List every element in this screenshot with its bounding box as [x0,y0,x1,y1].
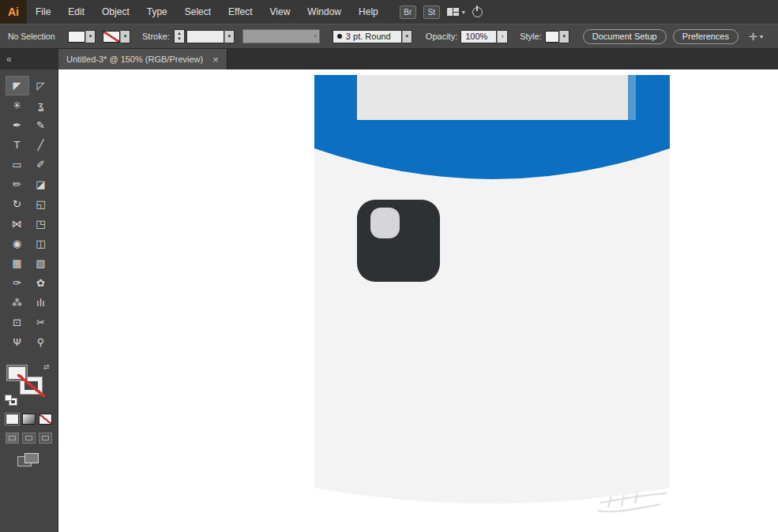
zoom-tool[interactable]: ⚲ [29,332,53,352]
tab-bar: « Untitled-3* @ 150% (RGB/Preview) × [0,49,778,69]
direct-selection-tool[interactable]: ◸ [29,76,53,96]
menu-effect[interactable]: Effect [220,0,261,24]
camera-lens-shape[interactable] [370,208,400,238]
column-graph-tool[interactable]: ılı [29,293,53,313]
opacity-control[interactable]: 100% › [460,30,508,43]
chevron-down-icon[interactable]: ▾ [559,30,569,43]
align-options[interactable]: ✛ ▾ [749,31,763,43]
draw-inside-button[interactable] [39,433,52,444]
symbol-sprayer-tool[interactable]: ⁂ [6,293,29,313]
chevron-down-icon[interactable]: ▾ [120,30,130,43]
gradient-button[interactable] [22,414,36,425]
document-tab[interactable]: Untitled-3* @ 150% (RGB/Preview) × [58,49,227,69]
stepper-down-icon[interactable]: ▼ [177,36,182,42]
default-fill-stroke-icon[interactable] [5,395,17,406]
stepper-up-icon[interactable]: ▲ [177,31,182,36]
brush-definition-value[interactable]: 3 pt. Round [333,30,402,43]
slice-tool[interactable]: ✂ [29,313,53,332]
opacity-label: Opacity: [426,32,457,41]
rectangle-tool[interactable]: ▭ [6,155,29,174]
close-icon[interactable]: × [212,54,219,65]
fill-swatch-icon [68,31,85,43]
free-transform-tool[interactable]: ◳ [29,214,53,234]
chevron-down-icon[interactable]: ▾ [85,30,96,43]
perspective-grid-tool[interactable]: ◫ [29,234,53,253]
collapse-icon: « [6,54,12,65]
bridge-button[interactable]: Br [400,6,416,19]
chevron-down-icon[interactable]: ▾ [224,30,235,43]
brush-dot-icon [337,34,342,39]
stroke-width-value[interactable] [186,30,224,43]
stroke-width-dropdown[interactable]: ▾ [186,30,235,43]
width-tool[interactable]: ⋈ [6,214,29,234]
draw-normal-button[interactable] [6,433,19,444]
type-tool[interactable]: T [6,135,29,155]
selection-tool[interactable]: ◤ [6,76,29,96]
artboard-tool[interactable]: ⊡ [6,313,29,332]
screen-shape[interactable] [357,75,628,120]
fill-color-dropdown[interactable]: ▾ [68,30,96,43]
swap-fill-stroke-icon[interactable]: ⇄ [43,363,50,371]
mesh-tool[interactable]: ▦ [6,253,29,273]
scale-tool[interactable]: ◱ [29,194,53,214]
screen-mode-button[interactable] [17,453,41,469]
shape-builder-tool[interactable]: ◉ [6,234,29,253]
line-segment-tool[interactable]: ╱ [29,135,53,155]
fill-stroke-indicator: ⇄ [0,363,58,410]
tool-grid: ◤◸✳ʓ✒✎T╱▭✐✏◪↻◱⋈◳◉◫▦▧✑✿⁂ılı⊡✂Ψ⚲ [0,76,58,352]
stroke-color-dropdown[interactable]: ▾ [103,30,130,43]
control-bar: No Selection ▾ ▾ Stroke: ▲ ▼ ▾ ▾ 3 pt. R… [0,24,778,49]
menu-type[interactable]: Type [138,0,176,24]
style-dropdown[interactable]: ▾ [545,30,569,43]
eyedropper-tool[interactable]: ✑ [6,273,29,293]
screen-edge-shape[interactable] [628,75,636,120]
blend-tool[interactable]: ✿ [29,273,53,293]
menu-object[interactable]: Object [93,0,138,24]
camera-square-shape[interactable] [357,200,440,282]
lasso-tool[interactable]: ʓ [29,96,53,115]
none-button[interactable] [39,414,52,425]
curvature-tool[interactable]: ✎ [29,115,53,135]
paintbrush-tool[interactable]: ✐ [29,155,53,174]
menu-file[interactable]: File [27,0,59,24]
color-button[interactable] [6,414,19,425]
magic-wand-tool[interactable]: ✳ [6,96,29,115]
stock-button[interactable]: St [423,6,440,19]
menu-edit[interactable]: Edit [59,0,93,24]
artwork-svg [58,69,778,532]
drawing-modes-row [6,433,52,444]
menu-view[interactable]: View [261,0,299,24]
document-setup-button[interactable]: Document Setup [583,29,667,44]
stroke-none-swatch-icon [103,31,120,43]
main-area: ◤◸✳ʓ✒✎T╱▭✐✏◪↻◱⋈◳◉◫▦▧✑✿⁂ılı⊡✂Ψ⚲ ⇄ [0,69,778,532]
hand-tool[interactable]: Ψ [6,332,29,352]
preferences-button[interactable]: Preferences [673,29,739,44]
menu-bar-right: Br St ▾ [400,6,483,19]
stroke-width-stepper[interactable]: ▲ ▼ [174,29,185,43]
pen-tool[interactable]: ✒ [6,115,29,135]
stroke-none-slash-icon [17,374,45,397]
illustrator-window: Ai FileEditObjectTypeSelectEffectViewWin… [0,0,778,532]
power-icon[interactable] [472,7,483,17]
menu-help[interactable]: Help [350,0,387,24]
chevron-down-icon[interactable]: ▾ [402,30,412,43]
rotate-tool[interactable]: ↻ [6,194,29,214]
brush-definition-dropdown[interactable]: 3 pt. Round ▾ [333,30,412,43]
document-tab-title: Untitled-3* @ 150% (RGB/Preview) [66,54,203,64]
draw-behind-button[interactable] [22,433,36,444]
eraser-tool[interactable]: ◪ [29,174,53,194]
pencil-tool[interactable]: ✏ [6,174,29,194]
tools-panel: ◤◸✳ʓ✒✎T╱▭✐✏◪↻◱⋈◳◉◫▦▧✑✿⁂ılı⊡✂Ψ⚲ ⇄ [0,69,58,532]
opacity-popout-icon[interactable]: › [497,30,508,43]
menu-select[interactable]: Select [176,0,220,24]
opacity-input[interactable]: 100% [460,30,497,43]
menu-window[interactable]: Window [299,0,350,24]
workspace-switcher[interactable]: ▾ [447,8,465,16]
gradient-tool[interactable]: ▧ [29,253,53,273]
menu-list: FileEditObjectTypeSelectEffectViewWindow… [27,0,387,24]
collapse-tools-panel[interactable]: « [0,49,58,69]
style-swatch-icon [545,31,559,43]
canvas[interactable] [58,69,778,532]
workspace-icon [447,8,459,16]
stroke-label: Stroke: [142,32,170,41]
